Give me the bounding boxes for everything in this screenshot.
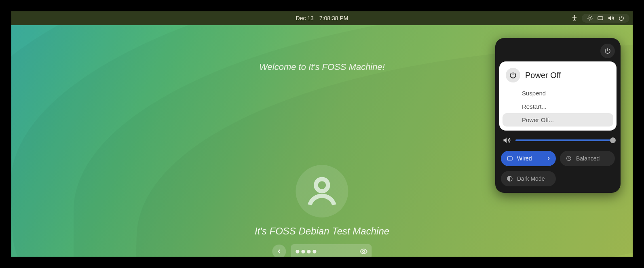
power-off-item[interactable]: Power Off...: [503, 113, 613, 127]
clock[interactable]: Dec 13 7:08:38 PM: [296, 15, 348, 21]
svg-rect-5: [507, 157, 512, 160]
login-panel: It's FOSS Debian Test Machine: [255, 165, 389, 257]
volume-thumb[interactable]: [610, 137, 616, 143]
top-bar: Dec 13 7:08:38 PM: [11, 11, 633, 25]
reveal-password-icon[interactable]: [360, 247, 368, 255]
brightness-icon: [587, 15, 593, 21]
system-status-area[interactable]: [582, 14, 629, 23]
restart-item[interactable]: Restart...: [503, 100, 613, 113]
wired-toggle[interactable]: Wired: [501, 151, 556, 166]
accessibility-icon[interactable]: [570, 13, 579, 23]
balanced-label: Balanced: [576, 155, 600, 162]
dark-mode-label: Dark Mode: [517, 175, 545, 182]
svg-point-4: [363, 251, 365, 253]
volume-control: [499, 131, 617, 148]
time-label: 7:08:38 PM: [319, 15, 348, 21]
volume-icon[interactable]: [503, 136, 511, 144]
system-menu-popup: Power Off Suspend Restart... Power Off..…: [495, 38, 621, 193]
user-avatar[interactable]: [296, 165, 348, 217]
svg-point-1: [589, 17, 591, 19]
volume-icon: [608, 15, 614, 21]
power-card-title: Power Off: [525, 71, 561, 80]
balanced-toggle[interactable]: Balanced: [560, 151, 615, 166]
power-icon: [618, 15, 625, 21]
date-label: Dec 13: [296, 15, 314, 21]
volume-slider[interactable]: [515, 139, 613, 141]
power-off-card: Power Off Suspend Restart... Power Off..…: [499, 61, 617, 131]
power-icon: [506, 68, 520, 82]
wired-label: Wired: [517, 155, 532, 162]
suspend-item[interactable]: Suspend: [503, 87, 613, 100]
chevron-right-icon: [546, 156, 551, 161]
back-button[interactable]: [272, 245, 286, 257]
svg-rect-2: [598, 17, 603, 20]
svg-point-0: [574, 15, 575, 17]
password-dots: [296, 250, 317, 253]
password-input[interactable]: [291, 244, 372, 257]
popup-power-button[interactable]: [600, 44, 615, 58]
network-icon: [597, 15, 604, 21]
dark-mode-toggle[interactable]: Dark Mode: [501, 171, 556, 186]
svg-point-3: [316, 179, 328, 191]
username-label: It's FOSS Debian Test Machine: [255, 226, 389, 237]
